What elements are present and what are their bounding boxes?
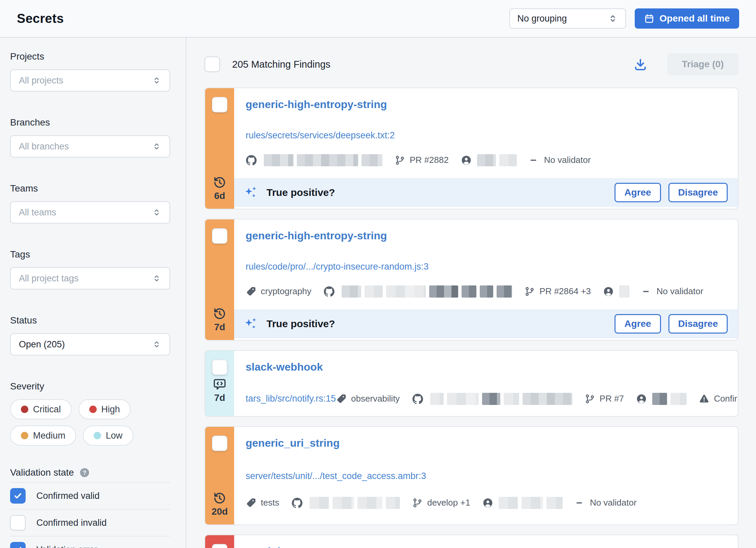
redacted-text	[297, 154, 358, 166]
triage-button[interactable]: Triage (0)	[667, 53, 738, 75]
actor-redaction	[619, 285, 629, 298]
disagree-button[interactable]: Disagree	[668, 183, 728, 202]
age-indicator: 7d	[213, 307, 226, 333]
severity-pill-critical[interactable]: Critical	[10, 399, 72, 419]
age-label: 7d	[214, 322, 225, 333]
filter-section-projects: ProjectsAll projects	[10, 51, 170, 92]
git-branch-icon	[412, 498, 423, 508]
validator-segment: No validator	[575, 498, 637, 508]
date-range-button[interactable]: Opened all time	[635, 8, 739, 29]
finding-title[interactable]: gemini	[246, 545, 280, 548]
filter-label: Teams	[10, 183, 170, 194]
redacted-text	[333, 497, 354, 509]
branch-segment: develop +1	[412, 498, 470, 508]
finding-title[interactable]: generic-high-entropy-string	[246, 230, 387, 242]
severity-pill-high[interactable]: High	[78, 399, 131, 419]
finding-content: gemini	[234, 535, 738, 548]
redacted-text	[619, 285, 629, 298]
finding-card: 7dslack-webhooktars_lib/src/notify.rs:15…	[204, 350, 738, 417]
body-wrap: ProjectsAll projectsBranchesAll branches…	[0, 38, 756, 548]
finding-path-row: rules/code/pro/.../crypto-insecure-rando…	[246, 262, 724, 272]
finding-card: gemini	[204, 535, 738, 548]
severity-pill-label: Medium	[33, 431, 65, 441]
severity-pill-label: Critical	[33, 404, 61, 415]
validator-segment: No validator	[529, 155, 591, 166]
finding-title[interactable]: generic-high-entropy-string	[246, 98, 387, 111]
finding-checkbox[interactable]	[212, 97, 227, 112]
repo-segment	[291, 497, 400, 509]
download-icon[interactable]	[633, 57, 648, 71]
redacted-text	[522, 497, 543, 509]
repo-segment	[246, 154, 382, 166]
severity-section: SeverityCriticalHighMediumLow	[10, 381, 170, 446]
git-branch-icon	[524, 286, 535, 297]
severity-pills: CriticalHighMediumLow	[10, 399, 152, 446]
validation-state-label: Validation state	[10, 467, 74, 478]
finding-path[interactable]: rules/secrets/services/deepseek.txt:2	[246, 130, 395, 141]
validation-checkbox[interactable]	[10, 515, 26, 530]
filter-select-projects[interactable]: All projects	[10, 69, 170, 92]
severity-pill-medium[interactable]: Medium	[10, 425, 76, 446]
finding-checkbox[interactable]	[212, 436, 227, 451]
select-all-checkbox[interactable]	[204, 57, 220, 72]
filter-select-teams[interactable]: All teams	[10, 201, 170, 224]
filter-select-tags[interactable]: All project tags	[10, 267, 170, 289]
filter-select-value: All branches	[19, 141, 69, 152]
finding-path-row: server/tests/unit/.../test_code_access.a…	[246, 471, 724, 481]
redacted-text	[361, 154, 382, 166]
finding-path[interactable]: tars_lib/src/notify.rs:15	[246, 393, 336, 404]
finding-path-row: tars_lib/src/notify.rs:15observabilityPR…	[246, 393, 724, 405]
finding-path[interactable]: rules/code/pro/.../crypto-insecure-rando…	[246, 262, 429, 272]
actor-segment	[482, 497, 563, 509]
disagree-button[interactable]: Disagree	[668, 314, 728, 334]
severity-dot	[21, 432, 28, 439]
validation-checkbox[interactable]	[10, 488, 26, 504]
filter-label: Branches	[10, 117, 170, 128]
finding-meta: PR #2882No validator	[246, 154, 724, 166]
findings-main: 205 Matching Findings Triage (0) 6dgener…	[186, 38, 756, 548]
validation-checkbox[interactable]	[10, 542, 26, 548]
severity-dot	[89, 406, 97, 413]
actor-segment	[603, 285, 629, 298]
grouping-select-value: No grouping	[517, 13, 567, 24]
validation-option-row: Confirmed invalid	[10, 509, 170, 536]
github-icon	[291, 497, 303, 509]
page-title: Secrets	[17, 11, 64, 26]
finding-title[interactable]: slack-webhook	[246, 361, 323, 373]
finding-checkbox[interactable]	[212, 228, 227, 244]
agree-button[interactable]: Agree	[615, 183, 661, 202]
filter-select-value: All projects	[19, 75, 63, 86]
finding-title[interactable]: generic_uri_string	[246, 437, 340, 449]
redacted-text	[482, 393, 500, 405]
chevron-updown-icon	[152, 208, 161, 217]
validator-label: No validator	[590, 498, 637, 508]
severity-pill-low[interactable]: Low	[83, 425, 133, 446]
filter-label: Projects	[10, 51, 170, 62]
grouping-select[interactable]: No grouping	[509, 8, 626, 29]
filter-label: Status	[10, 315, 170, 326]
age-indicator: 7d	[213, 378, 226, 403]
help-icon: ?	[79, 467, 90, 478]
filter-select-status[interactable]: Open (205)	[10, 333, 170, 355]
finding-card: 20dgeneric_uri_stringserver/tests/unit/.…	[204, 426, 738, 525]
tag-segment: observability	[336, 393, 400, 404]
finding-path[interactable]: server/tests/unit/.../test_code_access.a…	[246, 471, 426, 481]
redacted-text	[523, 393, 572, 405]
finding-meta: observabilityPR #7Confirmed valid	[336, 393, 738, 405]
chevron-updown-icon	[608, 13, 618, 24]
filter-select-branches[interactable]: All branches	[10, 135, 170, 158]
chevron-updown-icon	[152, 274, 161, 283]
redacted-text	[670, 393, 687, 405]
repo-segment	[323, 285, 512, 298]
true-positive-prompt: True positive?AgreeDisagree	[234, 178, 738, 207]
finding-checkbox[interactable]	[212, 544, 227, 548]
agree-button[interactable]: Agree	[615, 314, 661, 334]
tag-label: observability	[351, 393, 400, 404]
redacted-text	[652, 393, 667, 405]
filter-select-value: All project tags	[19, 273, 78, 284]
finding-checkbox[interactable]	[212, 359, 227, 375]
tag-icon	[336, 393, 347, 404]
redacted-text	[386, 285, 426, 298]
validator-label: Confirmed valid	[714, 393, 738, 404]
findings-list: 6dgeneric-high-entropy-stringrules/secre…	[204, 88, 738, 548]
